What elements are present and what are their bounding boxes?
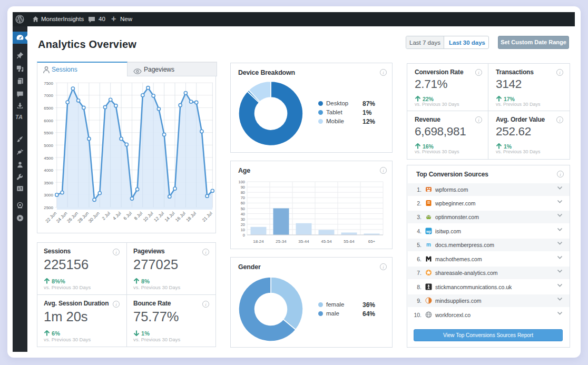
- svg-text:25-34: 25-34: [276, 239, 287, 244]
- svg-text:30: 30: [241, 217, 245, 222]
- svg-text:10: 10: [241, 228, 245, 232]
- svg-text:7000: 7000: [44, 93, 53, 98]
- svg-text:6000: 6000: [44, 119, 53, 123]
- svg-text:22 Jun: 22 Jun: [44, 211, 57, 224]
- svg-text:10 Jul: 10 Jul: [142, 211, 154, 223]
- svg-text:4 Jul: 4 Jul: [112, 211, 122, 221]
- svg-text:28 Jun: 28 Jun: [76, 211, 90, 224]
- svg-text:wp: wp: [426, 229, 431, 233]
- svg-text:30 Jun: 30 Jun: [87, 211, 101, 224]
- svg-text:55-64: 55-64: [344, 239, 355, 244]
- svg-text:18-24: 18-24: [253, 239, 264, 244]
- svg-text:16 Jul: 16 Jul: [174, 211, 187, 223]
- svg-text:7500: 7500: [44, 81, 53, 86]
- svg-text:20: 20: [241, 222, 245, 227]
- svg-text:26 Jun: 26 Jun: [66, 211, 79, 224]
- svg-text:m: m: [426, 242, 431, 248]
- svg-text:45-54: 45-54: [321, 239, 332, 244]
- svg-text:4500: 4500: [44, 156, 53, 161]
- svg-text:2500: 2500: [44, 205, 53, 210]
- svg-text:5000: 5000: [44, 143, 53, 148]
- svg-text:2 Jul: 2 Jul: [101, 211, 111, 221]
- svg-text:4000: 4000: [44, 168, 53, 173]
- svg-text:35-44: 35-44: [298, 239, 309, 244]
- svg-text:21 Jul: 21 Jul: [201, 211, 213, 223]
- svg-text:80: 80: [241, 190, 245, 195]
- svg-text:5500: 5500: [44, 131, 53, 135]
- svg-text:0: 0: [243, 233, 245, 238]
- svg-text:24 Jun: 24 Jun: [55, 211, 68, 224]
- svg-text:40: 40: [241, 212, 245, 216]
- svg-text:70: 70: [241, 195, 245, 200]
- svg-text:50: 50: [241, 206, 245, 211]
- svg-text:6500: 6500: [44, 106, 53, 111]
- svg-text:100: 100: [238, 180, 245, 184]
- svg-text:3000: 3000: [44, 193, 53, 198]
- svg-text:14 Jul: 14 Jul: [163, 211, 175, 223]
- svg-text:12 Jul: 12 Jul: [153, 211, 165, 223]
- svg-text:60: 60: [241, 201, 245, 205]
- svg-text:90: 90: [241, 185, 245, 190]
- svg-text:3500: 3500: [44, 181, 53, 185]
- svg-text:6 Jul: 6 Jul: [122, 211, 133, 221]
- svg-text:65+: 65+: [368, 239, 376, 244]
- svg-text:18 Jul: 18 Jul: [185, 211, 197, 223]
